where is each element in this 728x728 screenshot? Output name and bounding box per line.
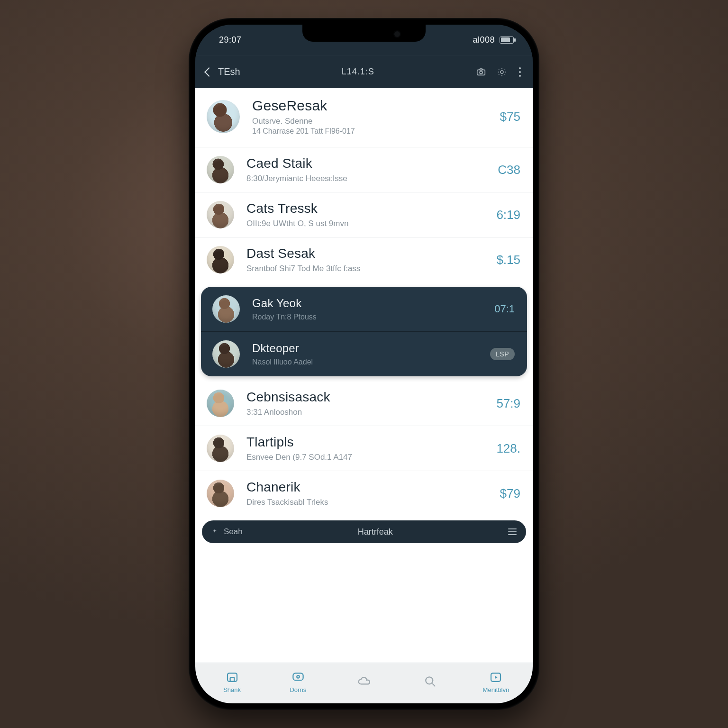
contact-name: Dkteoper <box>252 342 481 355</box>
svg-line-9 <box>432 683 435 686</box>
contact-name: Caed Staik <box>246 156 488 171</box>
svg-rect-2 <box>480 69 482 70</box>
tab-label: Shank <box>223 686 241 693</box>
notch <box>302 25 426 42</box>
contact-subtitle: Dires Tsackisabl Trleks <box>246 498 491 507</box>
tab-media[interactable]: Menιtblvn <box>463 670 529 693</box>
status-right: al008 <box>473 35 514 45</box>
camera-icon[interactable] <box>476 67 486 77</box>
contact-name: Gak Yeok <box>252 297 485 310</box>
list-item[interactable]: ChanerikDires Tsackisabl Trleks $79 <box>195 471 533 516</box>
play-icon <box>489 670 503 684</box>
tab-search[interactable] <box>397 674 463 690</box>
contact-name: Dast Sesak <box>246 246 487 261</box>
list-item[interactable]: Gak YeokRoday Tn:8 Ptouss 07:1 <box>201 287 527 332</box>
list-item[interactable]: Dast SesakSrantbof Shi7 Tod Me 3tffc f:a… <box>195 237 533 282</box>
list-item-trailing: $75 <box>500 109 520 124</box>
list-item-trailing: $79 <box>500 486 520 501</box>
battery-icon <box>500 36 514 44</box>
svg-point-8 <box>426 677 433 684</box>
list-item[interactable]: DkteoperNasol Illuoo Aadel LSP <box>201 332 527 376</box>
settings-icon[interactable] <box>497 67 507 77</box>
menu-icon[interactable] <box>508 528 517 535</box>
sparkle-icon <box>211 528 218 535</box>
avatar <box>207 156 234 183</box>
contact-subtitle: 8:30/Jerymiantc Heeesι:lsse <box>246 174 488 183</box>
svg-point-3 <box>500 71 503 73</box>
status-badge: LSP <box>490 348 515 360</box>
avatar <box>207 100 240 133</box>
contact-list[interactable]: GeseResak Outsrve. Sdenne 14 Charrase 20… <box>195 88 533 663</box>
list-item-trailing: $.15 <box>496 253 520 267</box>
svg-rect-6 <box>293 673 303 680</box>
more-icon[interactable] <box>518 67 522 77</box>
contact-subtitle: Srantbof Shi7 Tod Me 3tffc f:ass <box>246 264 487 273</box>
contact-subtitle: Nasol Illuoo Aadel <box>252 358 481 366</box>
avatar <box>207 480 234 507</box>
tab-cloud[interactable] <box>331 674 397 690</box>
list-item-info: GeseResak Outsrve. Sdenne 14 Charrase 20… <box>252 98 491 136</box>
contact-subtitle-2: 14 Charrase 201 Tatt Fl96-017 <box>252 127 491 136</box>
home-icon <box>225 670 239 684</box>
back-button[interactable]: TEsh <box>206 66 240 77</box>
contact-name: Chanerik <box>246 480 491 495</box>
screen: 29:07 al008 TEsh L14.1:S <box>195 25 533 703</box>
header-title: L14.1:S <box>247 67 469 77</box>
contact-subtitle: Roday Tn:8 Ptouss <box>252 313 485 321</box>
tab-label: Menιtblvn <box>483 686 510 693</box>
contact-subtitle: OIIt:9e UWtht O, S ust 9mvn <box>246 219 487 228</box>
tab-bar: Shank Dorns Menιtblvn <box>195 663 533 703</box>
tab-chats[interactable]: Dorns <box>265 670 331 693</box>
highlighted-group: Gak YeokRoday Tn:8 Ptouss 07:1 DkteoperN… <box>201 287 527 376</box>
svg-rect-0 <box>477 70 485 75</box>
avatar <box>207 435 234 462</box>
list-item[interactable]: Caed Staik8:30/Jerymiantc Heeesι:lsse C3… <box>195 147 533 192</box>
svg-point-7 <box>297 675 300 678</box>
list-item-trailing: 57:9 <box>496 396 520 411</box>
avatar <box>207 246 234 273</box>
app-header: TEsh L14.1:S <box>195 55 533 88</box>
list-item[interactable]: TlartiplsEsnvee Den (9.7 SOd.1 A147 128. <box>195 426 533 471</box>
contact-subtitle: 3:31 Anlooshon <box>246 408 487 417</box>
search-bar[interactable]: Seah Hartrfeak <box>202 520 526 543</box>
list-item-trailing: 07:1 <box>494 303 515 315</box>
avatar <box>212 340 240 368</box>
search-left-label: Seah <box>224 527 243 537</box>
tab-label: Dorns <box>290 686 306 693</box>
contact-subtitle: Esnvee Den (9.7 SOd.1 A147 <box>246 453 487 462</box>
back-label: TEsh <box>218 66 240 77</box>
avatar <box>207 201 234 228</box>
contact-name: Cebnsisasack <box>246 390 487 405</box>
tab-home[interactable]: Shank <box>199 670 265 693</box>
list-item[interactable]: GeseResak Outsrve. Sdenne 14 Charrase 20… <box>195 88 533 147</box>
svg-rect-5 <box>230 677 234 682</box>
contact-name: GeseResak <box>252 98 491 114</box>
header-actions <box>476 67 522 77</box>
avatar <box>207 390 234 417</box>
list-item[interactable]: Cats TresskOIIt:9e UWtht O, S ust 9mvn 6… <box>195 192 533 237</box>
phone-frame: 29:07 al008 TEsh L14.1:S <box>189 18 539 710</box>
status-network-label: al008 <box>473 35 495 45</box>
cloud-icon <box>357 674 371 688</box>
contact-name: Tlartipls <box>246 435 487 450</box>
search-left: Seah <box>211 527 243 537</box>
contact-name: Cats Tressk <box>246 201 487 216</box>
list-item-trailing: C38 <box>498 163 520 177</box>
chevron-left-icon <box>204 67 214 77</box>
avatar <box>212 295 240 323</box>
phone-bezel: 29:07 al008 TEsh L14.1:S <box>195 25 533 703</box>
list-item-trailing: 6:19 <box>496 208 520 222</box>
list-item[interactable]: Cebnsisasack3:31 Anlooshon 57:9 <box>195 381 533 426</box>
contact-subtitle: Outsrve. Sdenne <box>252 117 491 126</box>
svg-point-1 <box>480 71 482 73</box>
list-item-trailing: 128. <box>496 441 520 456</box>
chat-icon <box>291 670 305 684</box>
status-time: 29:07 <box>219 35 242 45</box>
search-icon <box>423 674 437 688</box>
search-center-label: Hartrfeak <box>250 527 500 537</box>
